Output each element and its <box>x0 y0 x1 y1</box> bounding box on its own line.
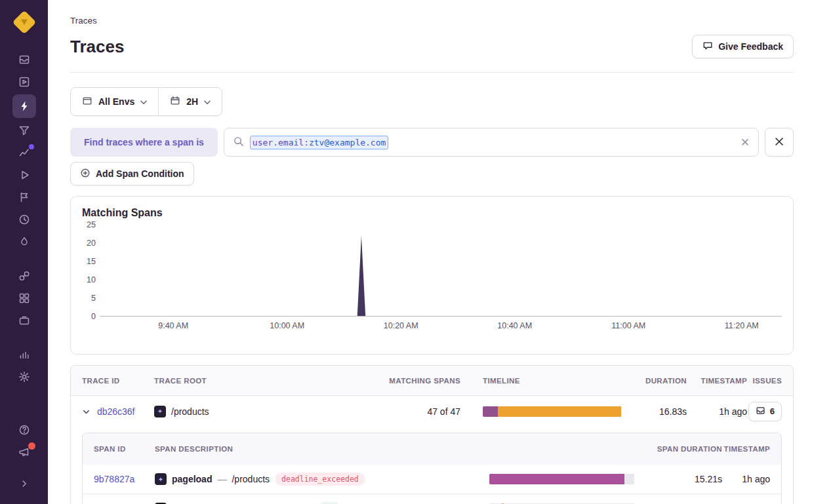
give-feedback-button[interactable]: Give Feedback <box>692 35 794 58</box>
remove-query-button[interactable] <box>765 128 794 157</box>
add-span-condition-label: Add Span Condition <box>96 168 184 179</box>
spike-shape <box>357 236 365 316</box>
sidebar-item-traces[interactable] <box>12 94 36 118</box>
trace-row: db26c36f ✦ /products 47 of 47 16.83s 1h … <box>71 396 793 427</box>
sidebar-item-settings[interactable] <box>12 367 36 387</box>
traces-table: TRACE ID TRACE ROOT MATCHING SPANS TIMEL… <box>70 365 794 504</box>
sidebar-item-stats[interactable] <box>12 345 36 364</box>
op-separator: — <box>217 474 226 484</box>
date-range-filter-label: 2H <box>186 96 198 107</box>
sidebar-item-profiling[interactable] <box>12 232 36 252</box>
span-search-input[interactable]: user.email:ztv@example.com ✕ <box>224 128 759 157</box>
give-feedback-label: Give Feedback <box>718 41 783 52</box>
briefcase-icon <box>18 315 30 326</box>
chart-plot-area[interactable] <box>100 225 782 317</box>
sidebar-item-dashboards[interactable] <box>12 288 36 308</box>
col-span-timestamp: TIMESTAMP <box>722 445 781 453</box>
span-op: pageload <box>172 474 212 484</box>
col-trace-id: TRACE ID <box>71 377 154 385</box>
sidebar-item-integrations[interactable] <box>12 266 36 286</box>
trace-timeline-bar[interactable] <box>483 406 621 417</box>
chart-y-axis: 2520151050 <box>82 225 100 317</box>
grid-icon <box>18 292 30 304</box>
sidebar-collapse-toggle[interactable] <box>12 474 36 494</box>
flag-icon <box>18 191 30 203</box>
token-key: user.email: <box>253 138 309 147</box>
environment-filter-label: All Envs <box>98 96 134 107</box>
find-traces-pill: Find traces where a span is <box>70 128 218 157</box>
breadcrumb[interactable]: Traces <box>70 16 794 26</box>
chevron-down-icon <box>140 96 147 107</box>
help-icon <box>18 424 30 436</box>
col-span-id: SPAN ID <box>83 445 155 453</box>
span-timeline-bar[interactable] <box>489 474 634 484</box>
col-issues: ISSUES <box>747 377 793 385</box>
sidebar-item-insights[interactable] <box>12 143 36 163</box>
trace-timestamp: 1h ago <box>719 406 747 417</box>
span-row: b7a7e441 ✦ http.server — GET /organizati… <box>83 494 781 504</box>
trace-duration: 16.83s <box>621 406 687 417</box>
trace-issues-count: 6 <box>770 406 775 416</box>
sidebar-item-releases[interactable] <box>12 311 36 330</box>
feedback-bubble-icon <box>702 41 713 53</box>
issues-inbox-icon <box>756 406 765 417</box>
matching-spans-chart-card: Matching Spans 2520151050 9:40 AM10:00 A… <box>70 196 794 355</box>
bar-chart-icon <box>18 349 30 360</box>
trace-id-link[interactable]: db26c36f <box>97 406 135 417</box>
page-filter-bar: All Envs 2H <box>70 87 222 116</box>
funnel-icon <box>18 125 30 136</box>
span-row: 9b78827a ✦ pageload — /products deadline… <box>83 465 781 494</box>
logo-bolt-icon <box>21 20 28 26</box>
plus-circle-icon <box>80 168 91 180</box>
page-content: All Envs 2H Find traces where a span is … <box>48 73 814 504</box>
chevron-down-icon <box>204 96 211 107</box>
span-status-badge: deadline_exceeded <box>275 473 365 486</box>
col-timeline: TIMELINE <box>460 377 621 385</box>
projects-icon <box>18 76 30 88</box>
page-title: Traces <box>70 37 124 57</box>
trace-issues-button[interactable]: 6 <box>748 402 782 421</box>
span-status-badge: ok <box>318 502 340 504</box>
sidebar <box>0 0 48 504</box>
matching-spans-value: 47 of 47 <box>333 406 460 417</box>
flame-icon <box>18 236 30 248</box>
sidebar-item-queries[interactable] <box>12 121 36 140</box>
issues-icon <box>18 54 30 66</box>
span-id-link[interactable]: 9b78827a <box>94 474 134 484</box>
project-avatar: ✦ <box>154 406 166 417</box>
project-avatar: ✦ <box>155 473 167 485</box>
collapse-row-chevron-icon[interactable] <box>82 408 91 416</box>
col-span-duration: SPAN DURATION <box>653 445 722 453</box>
search-clear-icon[interactable]: ✕ <box>741 137 750 148</box>
span-table-header: SPAN ID SPAN DESCRIPTION SPAN DURATION T… <box>83 433 781 465</box>
sidebar-item-feedback[interactable] <box>12 187 36 207</box>
app-logo[interactable] <box>12 10 36 34</box>
insights-chart-icon <box>18 147 30 159</box>
sidebar-item-replays[interactable] <box>12 165 36 185</box>
col-timestamp: TIMESTAMP <box>687 377 747 385</box>
span-description: /products <box>232 474 270 484</box>
environment-filter[interactable]: All Envs <box>71 88 158 115</box>
trace-root-label: /products <box>171 406 209 417</box>
sidebar-nav <box>12 48 36 388</box>
sidebar-item-help[interactable] <box>12 420 36 440</box>
sidebar-item-crons[interactable] <box>12 210 36 229</box>
whats-new-notification-dot <box>28 442 35 450</box>
page-header: Traces Traces Give Feedback <box>48 0 814 73</box>
chevron-right-icon <box>19 478 30 489</box>
search-filter-token[interactable]: user.email:ztv@example.com <box>250 136 389 149</box>
sidebar-item-projects[interactable] <box>12 72 36 92</box>
sidebar-item-whats-new[interactable] <box>12 442 36 462</box>
date-range-filter[interactable]: 2H <box>158 88 222 115</box>
calendar-icon <box>170 96 180 108</box>
search-icon <box>233 136 244 149</box>
broadcast-icon <box>18 446 30 458</box>
add-span-condition-button[interactable]: Add Span Condition <box>70 162 194 185</box>
gear-icon <box>18 371 30 383</box>
close-icon <box>775 137 784 148</box>
sidebar-item-issues[interactable] <box>12 50 36 69</box>
col-span-description: SPAN DESCRIPTION <box>155 445 489 453</box>
traces-bolt-icon <box>18 100 30 112</box>
clock-icon <box>18 214 30 225</box>
play-icon <box>18 169 30 181</box>
